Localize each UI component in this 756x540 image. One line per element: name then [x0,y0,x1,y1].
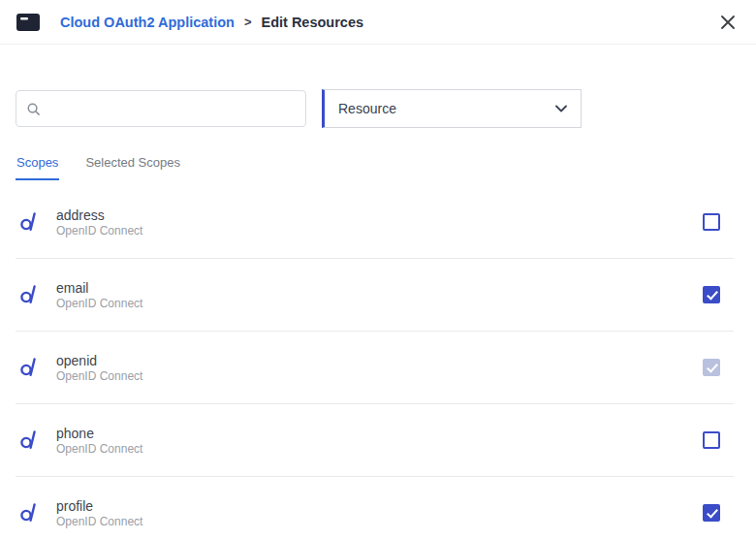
search-input[interactable] [48,91,296,126]
chevron-down-icon [555,105,567,112]
openid-connect-scope-icon [17,429,41,452]
scope-name: phone [56,426,142,441]
scope-row: openid OpenID Connect [16,332,734,404]
tab-selected-scopes[interactable]: Selected Scopes [84,151,181,180]
scope-type: OpenID Connect [56,297,142,310]
scope-row: address OpenID Connect [16,186,734,259]
scope-text: openid OpenID Connect [56,353,142,383]
edit-resources-modal: Cloud OAuth2 Application > Edit Resource… [0,0,756,540]
tabs: Scopes Selected Scopes [0,151,756,180]
scope-checkbox[interactable] [703,431,720,449]
scope-type: OpenID Connect [56,515,142,528]
scope-row: email OpenID Connect [16,259,734,332]
search-input-wrapper [16,90,306,127]
close-icon [719,14,737,31]
scope-type: OpenID Connect [56,224,142,238]
scope-list: address OpenID Connect email OpenID Conn… [16,186,734,540]
breadcrumb: Cloud OAuth2 Application > Edit Resource… [60,15,363,30]
briefcase-icon [16,12,41,33]
openid-connect-scope-icon [17,356,41,379]
filter-bar: Resource [16,89,740,128]
scope-text: profile OpenID Connect [56,498,142,528]
breadcrumb-parent-link[interactable]: Cloud OAuth2 Application [60,15,235,30]
openid-connect-scope-icon [17,501,41,524]
resource-dropdown[interactable]: Resource [322,89,582,128]
openid-connect-scope-icon [17,283,41,306]
scope-text: address OpenID Connect [56,207,142,238]
scope-type: OpenID Connect [56,369,142,383]
scope-row: phone OpenID Connect [16,404,734,477]
resource-dropdown-value: Resource [338,101,396,116]
breadcrumb-separator-icon: > [244,15,252,29]
openid-connect-scope-icon [17,210,41,234]
scope-type: OpenID Connect [56,442,142,456]
close-button[interactable] [715,10,740,35]
scope-checkbox [703,359,720,376]
scope-text: phone OpenID Connect [56,426,142,456]
scope-name: address [56,207,142,223]
scope-checkbox[interactable] [703,504,720,522]
scope-checkbox[interactable] [703,213,720,231]
scope-name: openid [56,353,142,368]
header: Cloud OAuth2 Application > Edit Resource… [0,0,756,45]
scope-row: profile OpenID Connect [16,477,734,540]
scope-checkbox[interactable] [703,286,720,303]
scope-name: profile [56,498,142,514]
breadcrumb-current: Edit Resources [261,15,363,30]
scope-name: email [56,280,142,296]
tab-scopes[interactable]: Scopes [16,151,59,180]
search-icon [26,102,41,116]
scope-text: email OpenID Connect [56,280,142,310]
